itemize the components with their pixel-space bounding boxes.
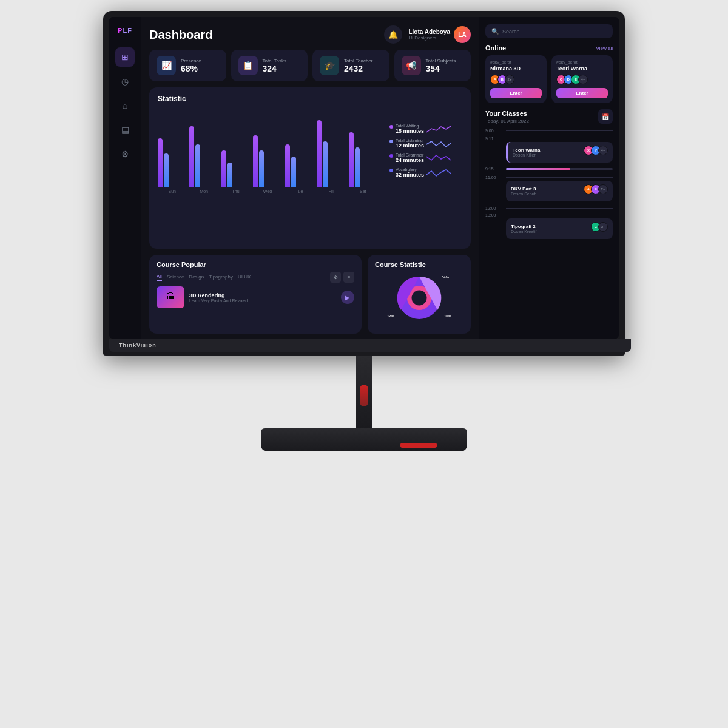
course-action-btn[interactable]: ▶ [341, 291, 354, 304]
sidebar: PLF ⊞ ◷ ⌂ ▤ ⚙ [109, 17, 141, 339]
bar [228, 163, 232, 187]
timeline-row-1200: 12:00 [485, 206, 613, 211]
class-name-teori: Teori Warna [513, 147, 540, 153]
stat-value-teacher: 2432 [344, 64, 372, 73]
tab-uiux[interactable]: UI UX [238, 274, 251, 281]
bar [259, 150, 264, 187]
tab-typography[interactable]: Tipography [209, 274, 233, 281]
stat-info-presence: Presence 68% [181, 58, 201, 73]
class-avatars-tipografi: C 3+ [591, 222, 608, 232]
online-card-nirmana: #dkv_berat Nirmana 3D A B 2+ Enter [485, 55, 547, 103]
legend-value-listening: 12 minutes [396, 143, 424, 149]
timeline-row-915: 9:15 [485, 167, 613, 171]
timeline: 9:00 9:11 Teori Warna [485, 129, 613, 331]
stat-card-presence: 📈 Presence 68% [149, 50, 226, 81]
avatar-row-nirmana: A B 2+ [490, 75, 542, 84]
timeline-row-1100: 11:00 DKV Part 3 Dosen Sepuh A [485, 175, 613, 201]
sidebar-logo: PLF [118, 27, 132, 34]
tab-design[interactable]: Design [189, 274, 204, 281]
brand-label: ThinkVision [119, 342, 157, 348]
donut-label-10: 10% [444, 314, 451, 318]
user-name: Liota Adeboya [408, 29, 450, 35]
filter-sort-btn[interactable]: ≡ [343, 272, 354, 283]
stat-value-presence: 68% [181, 64, 201, 73]
donut-label-12: 12% [387, 314, 394, 318]
class-card-tipografi: Tipografi 2 Dosen Kreatif C 3+ [506, 218, 613, 239]
sparkline-grammar [426, 153, 451, 164]
bar [323, 141, 328, 187]
class-info-dkv: DKV Part 3 Dosen Sepuh [511, 186, 536, 196]
course-name: 3D Rendering [189, 292, 248, 298]
view-all-btn[interactable]: View all [596, 46, 613, 51]
class-teacher-tipografi: Dosen Kreatif [511, 229, 536, 234]
bottom-row: Course Popular All Science Design Tipogr… [149, 255, 471, 334]
filter-settings-btn[interactable]: ⚙ [330, 272, 341, 283]
bar [349, 132, 354, 187]
stat-icon-presence: 📈 [157, 56, 176, 75]
statistic-title: Statistic [158, 95, 462, 103]
stats-row: 📈 Presence 68% 📋 Total Tasks 324 [149, 50, 471, 81]
search-input[interactable]: Search [502, 29, 607, 35]
card-title-nirmana: Nirmana 3D [490, 66, 542, 72]
day-tue: Tue [285, 189, 314, 194]
bar-group-sun [158, 138, 186, 187]
tab-all[interactable]: All [157, 274, 162, 281]
time-label-911: 9:11 [485, 136, 502, 141]
day-sun: Sun [158, 189, 186, 194]
legend-label-vocabulary: Vocabulary [396, 167, 424, 172]
enter-button-teori[interactable]: Enter [556, 88, 608, 98]
stat-card-subjects: 📢 Total Subjects 354 [394, 50, 471, 81]
card-tag-teori: #dkv_berat [556, 60, 608, 64]
filter-tabs: All Science Design Tipography UI UX ⚙ ≡ [157, 272, 354, 283]
sidebar-item-grid[interactable]: ⊞ [115, 47, 135, 67]
sidebar-item-settings[interactable]: ⚙ [115, 144, 135, 164]
sidebar-item-book[interactable]: ▤ [115, 120, 135, 140]
notification-icon[interactable]: 🔔 [384, 25, 402, 44]
course-details: 3D Rendering Learn Very Easily And Relax… [189, 292, 248, 303]
stat-value-subjects: 354 [426, 64, 456, 73]
timeline-row-900: 9:00 [485, 129, 613, 133]
class-name-tipografi: Tipografi 2 [511, 224, 536, 229]
bar [221, 150, 226, 187]
stat-label-presence: Presence [181, 58, 201, 64]
course-thumbnail: 🏛 [157, 286, 184, 308]
divider [506, 177, 613, 178]
tab-science[interactable]: Science [167, 274, 184, 281]
time-label-900: 9:00 [485, 129, 502, 133]
time-label-915: 9:15 [485, 167, 502, 171]
bar [285, 144, 290, 187]
day-sat: Sat [349, 189, 377, 194]
classes-header-left: Your Classes Today, 01 April 2022 [485, 110, 529, 124]
online-section: Online View all #dkv_berat Nirmana 3D A … [485, 44, 613, 103]
stat-card-teacher: 🎓 Total Teacher 2432 [312, 50, 389, 81]
bar [189, 126, 194, 187]
search-bar[interactable]: 🔍 Search [485, 24, 613, 38]
course-popular-card: Course Popular All Science Design Tipogr… [149, 255, 362, 334]
bar-group-tue [285, 144, 314, 187]
classes-date: Today, 01 April 2022 [485, 118, 529, 124]
legend-dot-grammar [389, 154, 393, 158]
bar-group-fri [317, 120, 345, 187]
legend-value-grammar: 24 minutes [396, 157, 424, 163]
legend-text-listening: Total Listening 12 minutes [396, 138, 424, 149]
online-label: Online [485, 44, 506, 52]
class-avatars-teori: X Y 4+ [584, 146, 608, 155]
sparkline-vocabulary [426, 167, 451, 178]
bar-group-thu [221, 150, 250, 187]
enter-button-nirmana[interactable]: Enter [490, 88, 542, 98]
legend-label-listening: Total Listening [396, 138, 424, 143]
sidebar-item-clock[interactable]: ◷ [115, 72, 135, 91]
bar-group-wed [253, 135, 281, 187]
stat-value-tasks: 324 [263, 64, 286, 73]
bar [253, 135, 258, 187]
calendar-icon-btn[interactable]: 📅 [598, 109, 613, 124]
course-statistic-card: Course Statistic [368, 255, 471, 334]
classes-header: Your Classes Today, 01 April 2022 📅 [485, 109, 613, 124]
legend-listening: Total Listening 12 minutes [389, 138, 462, 149]
sidebar-item-home[interactable]: ⌂ [115, 96, 135, 115]
donut-chart [392, 271, 447, 325]
monitor-bottom-bar: ThinkVision [109, 339, 631, 352]
time-label-1300: 13:00 [485, 213, 502, 217]
search-icon: 🔍 [491, 28, 499, 35]
bar [291, 157, 296, 187]
